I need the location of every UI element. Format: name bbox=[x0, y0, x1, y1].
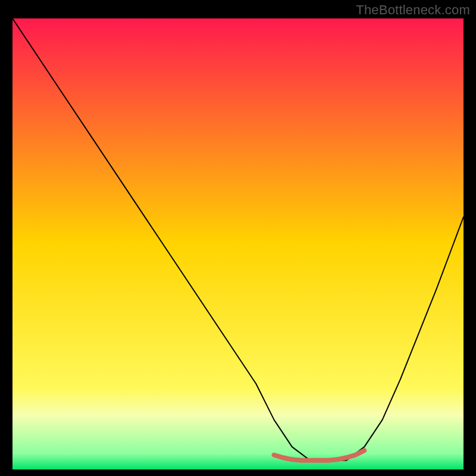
plot-frame bbox=[12, 18, 464, 469]
chart-svg bbox=[12, 18, 464, 469]
watermark-text: TheBottleneck.com bbox=[356, 2, 470, 18]
chart-container: TheBottleneck.com bbox=[0, 0, 476, 476]
chart-background bbox=[12, 18, 464, 469]
